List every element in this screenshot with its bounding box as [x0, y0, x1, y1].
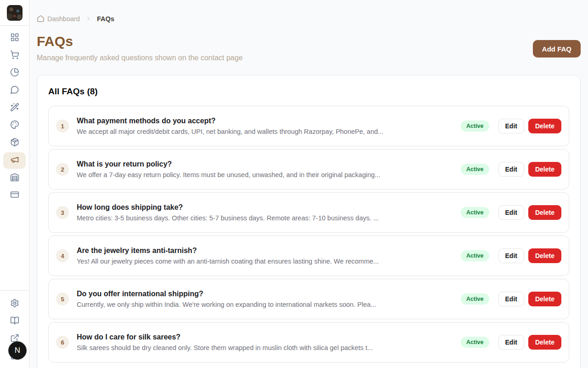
faq-number-badge: 3 — [56, 206, 69, 219]
magic-wand-icon — [10, 103, 19, 114]
edit-button[interactable]: Edit — [498, 119, 524, 133]
avatar-initial: N — [15, 346, 20, 355]
delete-button[interactable]: Delete — [528, 292, 561, 306]
palette-icon — [10, 120, 19, 131]
faq-number-badge: 4 — [56, 249, 69, 262]
faq-texts: What payment methods do you accept? We a… — [77, 117, 384, 135]
delete-button[interactable]: Delete — [528, 119, 561, 133]
edit-button[interactable]: Edit — [498, 292, 524, 306]
main-content: Dashboard FAQs FAQs Manage frequently as… — [29, 0, 588, 368]
faq-item-left: 3 How long does shipping take? Metro cit… — [56, 203, 453, 222]
gear-icon — [10, 299, 19, 310]
sidebar-nav — [0, 26, 29, 204]
faq-list: 1 What payment methods do you accept? We… — [48, 106, 569, 362]
delete-button[interactable]: Delete — [528, 335, 561, 350]
faq-item-left: 2 What is your return policy? We offer a… — [56, 160, 453, 178]
sidebar-item-marketing-active[interactable] — [3, 152, 26, 169]
faq-answer-preview: We accept all major credit/debit cards, … — [77, 128, 384, 135]
faq-question: How do I care for silk sarees? — [77, 333, 373, 341]
faq-card: All FAQs (8) 1 What payment methods do y… — [37, 75, 581, 368]
sidebar-logo-area — [0, 0, 29, 26]
edit-button[interactable]: Edit — [498, 335, 524, 350]
status-badge: Active — [461, 207, 489, 218]
chevron-right-icon — [85, 15, 92, 22]
delete-button[interactable]: Delete — [528, 248, 561, 263]
faq-answer-preview: Silk sarees should be dry cleaned only. … — [77, 344, 373, 351]
page-title: FAQs — [37, 34, 243, 49]
credit-card-icon — [10, 190, 19, 201]
sidebar: N — [0, 0, 29, 368]
home-icon — [37, 15, 45, 23]
faq-item: 2 What is your return policy? We offer a… — [48, 149, 569, 190]
breadcrumb-current: FAQs — [97, 15, 114, 23]
faq-question: Are the jewelry items anti-tarnish? — [77, 247, 379, 255]
faq-item: 1 What payment methods do you accept? We… — [48, 106, 569, 146]
faq-answer-preview: We offer a 7-day easy return policy. Ite… — [77, 171, 380, 178]
status-badge: Active — [461, 250, 489, 261]
add-faq-button[interactable]: Add FAQ — [533, 40, 581, 58]
sidebar-item-orders[interactable] — [3, 47, 26, 64]
faq-item: 6 How do I care for silk sarees? Silk sa… — [48, 322, 569, 362]
faq-question: Do you offer international shipping? — [77, 290, 376, 298]
page-subtitle: Manage frequently asked questions shown … — [37, 54, 243, 62]
breadcrumb-dashboard-label: Dashboard — [47, 15, 80, 23]
status-badge: Active — [461, 121, 489, 132]
pie-chart-icon — [10, 68, 19, 79]
sidebar-item-appearance[interactable] — [3, 117, 26, 134]
sidebar-item-dashboard[interactable] — [3, 30, 26, 46]
faq-number-badge: 6 — [56, 336, 69, 349]
edit-button[interactable]: Edit — [498, 162, 524, 177]
faq-answer-preview: Yes! All our jewelry pieces come with an… — [77, 258, 379, 265]
faq-texts: How long does shipping take? Metro citie… — [77, 203, 379, 222]
megaphone-icon — [10, 155, 19, 166]
sidebar-item-payments[interactable] — [3, 187, 26, 204]
faq-item: 3 How long does shipping take? Metro cit… — [48, 192, 569, 233]
faq-item-left: 5 Do you offer international shipping? C… — [56, 290, 453, 308]
breadcrumb-dashboard-link[interactable]: Dashboard — [37, 15, 80, 23]
sidebar-item-ai-tools[interactable] — [3, 100, 26, 116]
status-badge: Active — [461, 293, 489, 305]
status-badge: Active — [461, 337, 489, 348]
dashboard-grid-icon — [10, 33, 19, 44]
faq-texts: Are the jewelry items anti-tarnish? Yes!… — [77, 247, 379, 265]
page-header: FAQs Manage frequently asked questions s… — [37, 34, 581, 62]
faq-item-left: 4 Are the jewelry items anti-tarnish? Ye… — [56, 247, 453, 265]
chat-bubble-icon — [10, 85, 19, 96]
faq-answer-preview: Metro cities: 3-5 business days. Other c… — [77, 214, 379, 222]
delete-button[interactable]: Delete — [528, 162, 561, 177]
faq-number-badge: 1 — [56, 120, 69, 132]
dev-overlay-button[interactable]: N — [8, 341, 27, 360]
sidebar-item-settings[interactable] — [3, 296, 26, 312]
edit-button[interactable]: Edit — [498, 248, 524, 263]
faq-actions: Active Edit Delete — [461, 162, 561, 177]
edit-button[interactable]: Edit — [498, 205, 524, 220]
status-badge: Active — [461, 164, 489, 175]
brand-logo[interactable] — [7, 5, 23, 21]
faq-item-left: 6 How do I care for silk sarees? Silk sa… — [56, 333, 453, 351]
delete-button[interactable]: Delete — [528, 205, 561, 220]
package-icon — [10, 138, 19, 149]
faq-texts: Do you offer international shipping? Cur… — [77, 290, 376, 308]
sidebar-item-messages[interactable] — [3, 82, 26, 99]
faq-texts: What is your return policy? We offer a 7… — [77, 160, 380, 178]
faq-item: 4 Are the jewelry items anti-tarnish? Ye… — [48, 236, 569, 276]
faq-answer-preview: Currently, we only ship within India. We… — [77, 301, 376, 308]
faq-item-left: 1 What payment methods do you accept? We… — [56, 117, 453, 135]
faq-actions: Active Edit Delete — [461, 119, 561, 133]
shopping-cart-icon — [10, 50, 19, 61]
book-open-icon — [10, 316, 19, 327]
sidebar-item-analytics[interactable] — [3, 65, 26, 81]
sidebar-item-docs[interactable] — [3, 313, 26, 330]
faq-actions: Active Edit Delete — [461, 292, 561, 306]
faq-actions: Active Edit Delete — [461, 248, 561, 263]
faq-number-badge: 2 — [56, 163, 69, 176]
faq-card-heading: All FAQs (8) — [48, 86, 569, 97]
faq-question: What is your return policy? — [77, 160, 380, 168]
faq-question: What payment methods do you accept? — [77, 117, 384, 125]
faq-actions: Active Edit Delete — [461, 205, 561, 220]
sidebar-item-inventory[interactable] — [3, 170, 26, 186]
app-root: N Dashboard FAQs FAQs Manage frequently … — [0, 0, 588, 368]
faq-actions: Active Edit Delete — [461, 335, 561, 350]
sidebar-item-products[interactable] — [3, 135, 26, 151]
faq-question: How long does shipping take? — [77, 203, 379, 212]
